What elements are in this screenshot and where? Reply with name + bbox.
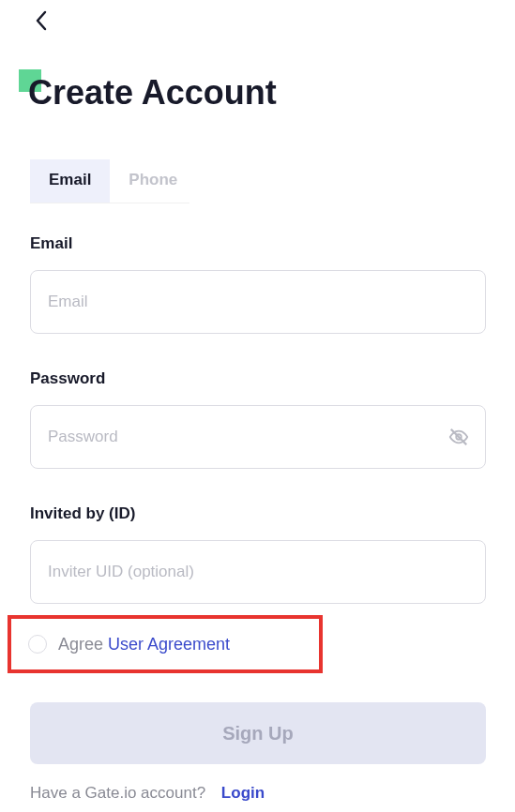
email-input-wrap — [30, 270, 486, 334]
tab-phone[interactable]: Phone — [110, 159, 196, 203]
invited-label: Invited by (ID) — [30, 504, 486, 523]
password-field[interactable] — [30, 405, 486, 469]
chevron-left-icon — [35, 10, 48, 31]
inviter-uid-field[interactable] — [30, 540, 486, 604]
tabs-container: Email Phone — [30, 159, 189, 203]
page-title: Create Account — [28, 73, 277, 113]
back-button[interactable] — [30, 9, 53, 32]
login-link[interactable]: Login — [221, 784, 265, 802]
email-label: Email — [30, 234, 486, 253]
password-section: Password — [30, 369, 486, 469]
toggle-password-visibility[interactable] — [448, 427, 469, 447]
email-field[interactable] — [30, 270, 486, 334]
footer: Have a Gate.io account? Login — [30, 784, 265, 803]
signup-button[interactable]: Sign Up — [30, 702, 486, 764]
agreement-checkbox[interactable] — [28, 635, 47, 654]
password-label: Password — [30, 369, 486, 388]
invited-section: Invited by (ID) — [30, 504, 486, 604]
user-agreement-link[interactable]: User Agreement — [108, 635, 230, 654]
agreement-text: Agree — [58, 635, 108, 654]
eye-off-icon — [448, 427, 469, 447]
invited-input-wrap — [30, 540, 486, 604]
email-section: Email — [30, 234, 486, 334]
password-input-wrap — [30, 405, 486, 469]
tab-email[interactable]: Email — [30, 159, 110, 203]
footer-prompt: Have a Gate.io account? — [30, 784, 205, 802]
agreement-row: Agree User Agreement — [8, 615, 323, 673]
